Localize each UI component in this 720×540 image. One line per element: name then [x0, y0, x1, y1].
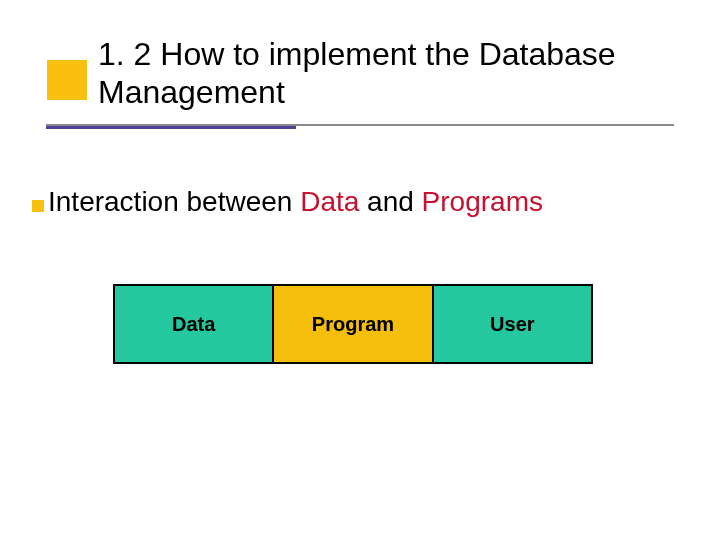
title-underline-purple [46, 126, 296, 129]
body-line: Interaction between Data and Programs [48, 186, 543, 218]
body-programs-word: Programs [422, 186, 543, 217]
slide-title: 1. 2 How to implement the Database Manag… [98, 35, 678, 112]
slide: 1. 2 How to implement the Database Manag… [0, 0, 720, 540]
body-prefix: Interaction between [48, 186, 300, 217]
bullet-square-icon [32, 200, 44, 212]
box-data: Data [113, 284, 274, 364]
box-program: Program [274, 284, 433, 364]
box-user: User [434, 284, 593, 364]
body-mid: and [359, 186, 421, 217]
body-data-word: Data [300, 186, 359, 217]
interaction-boxes: Data Program User [113, 284, 593, 364]
title-accent-square [47, 60, 87, 100]
